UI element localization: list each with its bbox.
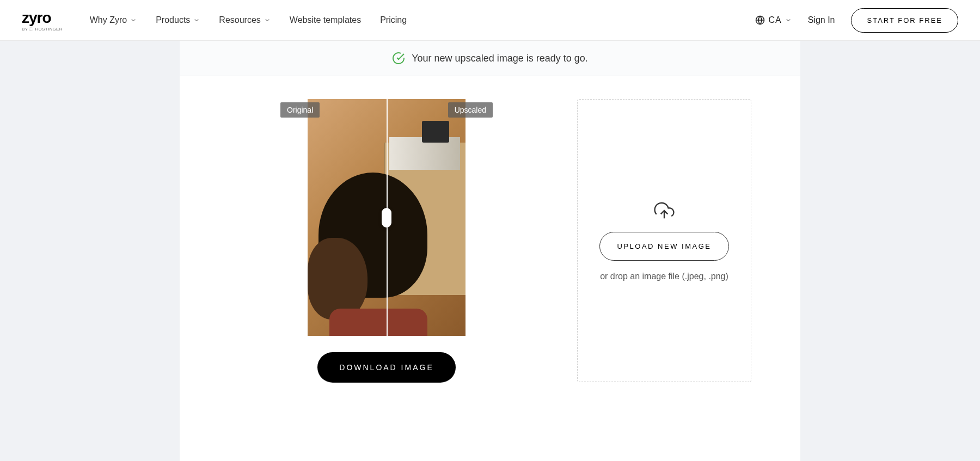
- original-label: Original: [280, 102, 320, 118]
- header-right: CA Sign In START FOR FREE: [755, 8, 958, 33]
- comparison-image: [308, 99, 465, 336]
- nav-label: Pricing: [380, 15, 407, 25]
- nav-templates[interactable]: Website templates: [290, 15, 361, 25]
- status-message: Your new upscaled image is ready to go.: [412, 53, 588, 64]
- chevron-down-icon: [193, 17, 200, 23]
- comparison-slider-handle[interactable]: [382, 208, 391, 228]
- chevron-down-icon: [264, 17, 271, 23]
- nav-products[interactable]: Products: [156, 15, 200, 25]
- logo[interactable]: zyro BY ⬚ HOSTINGER: [22, 9, 63, 32]
- check-circle-icon: [392, 52, 405, 65]
- main-nav: Why Zyro Products Resources Website temp…: [90, 15, 756, 25]
- nav-pricing[interactable]: Pricing: [380, 15, 407, 25]
- signin-link[interactable]: Sign In: [808, 15, 835, 25]
- upscaled-label: Upscaled: [448, 102, 493, 118]
- drop-hint-text: or drop an image file (.jpeg, .png): [600, 272, 728, 281]
- image-preview-column: Original Upscaled: [229, 99, 544, 383]
- nav-label: Resources: [219, 15, 260, 25]
- content-area: Original Upscaled: [180, 76, 800, 404]
- chevron-down-icon: [785, 17, 792, 23]
- download-image-button[interactable]: DOWNLOAD IMAGE: [317, 352, 455, 383]
- cloud-upload-icon: [653, 200, 676, 221]
- status-bar: Your new upscaled image is ready to go.: [180, 41, 800, 76]
- nav-label: Why Zyro: [90, 15, 127, 25]
- logo-text: zyro: [22, 9, 63, 27]
- locale-selector[interactable]: CA: [755, 15, 791, 25]
- upload-dropzone[interactable]: UPLOAD NEW IMAGE or drop an image file (…: [577, 99, 751, 382]
- logo-subtext: BY ⬚ HOSTINGER: [22, 27, 63, 32]
- nav-label: Website templates: [290, 15, 361, 25]
- nav-label: Products: [156, 15, 190, 25]
- nav-resources[interactable]: Resources: [219, 15, 270, 25]
- globe-icon: [755, 15, 765, 25]
- nav-why-zyro[interactable]: Why Zyro: [90, 15, 137, 25]
- upload-new-image-button[interactable]: UPLOAD NEW IMAGE: [599, 232, 730, 261]
- chevron-down-icon: [130, 17, 137, 23]
- main-content: Your new upscaled image is ready to go. …: [180, 41, 800, 461]
- upload-column: UPLOAD NEW IMAGE or drop an image file (…: [577, 99, 751, 383]
- locale-label: CA: [768, 15, 781, 25]
- main-header: zyro BY ⬚ HOSTINGER Why Zyro Products Re…: [0, 0, 980, 41]
- start-free-button[interactable]: START FOR FREE: [851, 8, 958, 33]
- comparison-wrapper: Original Upscaled: [280, 99, 493, 336]
